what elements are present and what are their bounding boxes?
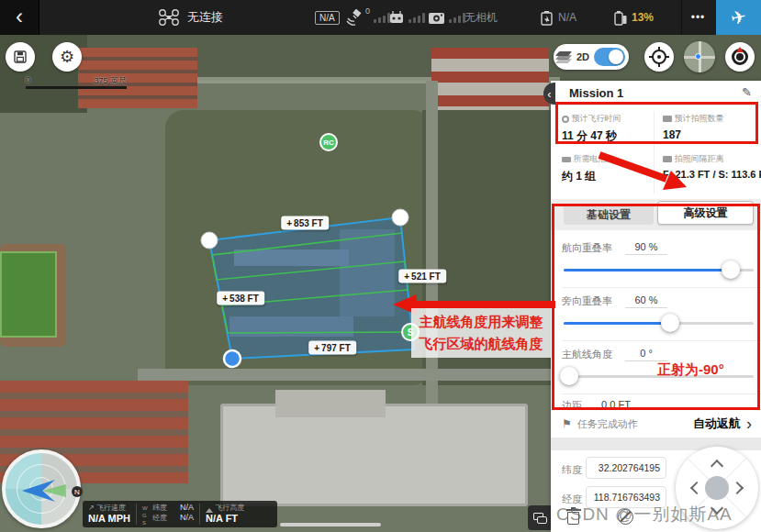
edge-length-top: +853 FT <box>281 216 329 230</box>
camera-status: 无相机 <box>464 10 498 26</box>
latitude-field[interactable]: 32.202764195 <box>586 457 666 479</box>
edit-mission-button[interactable]: ✎ <box>742 85 752 99</box>
telemetry-bar: ↗ 飞行速度 N/A MPH WGS 纬度N/A 经度N/A 飞行高度 N/A … <box>83 501 277 527</box>
settings-tabs: 基础设置 高级设置 <box>551 199 761 230</box>
minimap-thumbnail[interactable] <box>684 41 715 72</box>
device-battery-icon <box>613 10 627 26</box>
remote-controller-icon <box>388 10 405 25</box>
more-dots-icon: ••• <box>691 11 706 24</box>
aircraft-battery-value: N/A <box>558 11 576 24</box>
gps-count: 0 <box>365 6 370 16</box>
map-2d-toggle[interactable] <box>594 48 625 66</box>
flag-icon: ⚑ <box>562 417 572 430</box>
flight-mode-badge: N/A <box>315 11 340 25</box>
slider-thumb[interactable] <box>661 314 679 332</box>
edge-length-right: +521 FT <box>398 270 446 283</box>
scale-min-label: 0 <box>26 75 30 84</box>
terrain-patch <box>340 229 395 316</box>
mission-stats: 预计飞行时间 11 分 47 秒 预计拍照数量 187 所需电池数 约 1 组 … <box>551 105 761 199</box>
altitude-value: N/A FT <box>206 513 244 524</box>
rc-marker-label: RC <box>323 139 334 147</box>
map-stack-icon <box>533 513 547 524</box>
chevron-right-icon: › <box>746 416 752 432</box>
nudge-up-button[interactable] <box>711 460 723 472</box>
drone-icon <box>158 8 180 27</box>
terrain-patch <box>229 316 353 337</box>
takeoff-plane-icon: ✈ <box>729 6 748 30</box>
course-angle-value[interactable]: 0 ° <box>625 348 667 361</box>
nudge-left-button[interactable] <box>690 482 703 494</box>
mission-header: Mission 1 ✎ <box>551 81 761 105</box>
slider-thumb[interactable] <box>560 367 578 385</box>
finish-action-value: 自动返航 <box>693 416 741 432</box>
slider-thumb[interactable] <box>722 260 740 279</box>
mission-complete-action-row[interactable]: ⚑ 任务完成动作 自动返航 › <box>551 410 761 438</box>
telemetry-lat-value: N/A <box>180 503 194 513</box>
settings-button[interactable]: ⚙ <box>52 42 82 72</box>
move-icon: + <box>222 294 228 304</box>
rc-location-marker: RC <box>319 133 338 151</box>
scale-bar-line <box>26 86 127 89</box>
map-scale-bar: 0 375 英尺 <box>26 75 127 92</box>
course-angle-label: 主航线角度 <box>562 348 612 361</box>
clock-icon <box>562 116 569 123</box>
telemetry-speed: ↗ 飞行速度 N/A MPH <box>83 501 136 527</box>
dpad-center-knob[interactable] <box>705 476 729 500</box>
camera-link-icon <box>428 11 445 25</box>
stat-photo-interval: 拍照间隔距离 F: 21.3 FT / S: 113.6 FT <box>663 153 761 180</box>
datum-label: WGS <box>142 503 149 527</box>
map-mode-pill: 2D <box>554 44 629 70</box>
more-menu-button[interactable]: ••• <box>681 0 714 35</box>
compass-icon <box>732 49 748 65</box>
telemetry-lng-label: 经度 <box>152 513 167 523</box>
takeoff-button[interactable]: ✈ <box>716 0 761 35</box>
course-angle-slider[interactable] <box>551 375 761 378</box>
terrain-patch <box>275 390 386 417</box>
back-button[interactable]: ‹ <box>0 0 39 35</box>
side-overlap-slider[interactable] <box>551 322 761 325</box>
aircraft-battery-icon <box>540 10 554 26</box>
edge-length-left: +538 FT <box>217 292 264 305</box>
side-overlap-value[interactable]: 60 % <box>625 294 667 308</box>
move-icon: + <box>314 343 319 353</box>
speed-label: 飞行速度 <box>96 504 126 512</box>
gimbal-ortho-note: 正射为-90° <box>657 361 724 379</box>
pencil-icon: ✎ <box>742 85 752 99</box>
camera-signal-bars <box>449 12 465 23</box>
map-layers-button[interactable] <box>528 505 553 530</box>
front-overlap-label: 航向重叠率 <box>562 241 612 255</box>
terrain-patch <box>280 523 381 526</box>
connection-status: 无连接 <box>187 9 223 26</box>
minimap-position-dot <box>695 53 701 60</box>
battery-icon <box>562 157 571 162</box>
map-mode-label: 2D <box>576 51 589 62</box>
altitude-icon <box>206 504 213 513</box>
latitude-label: 纬度 <box>562 463 582 477</box>
stat-photo-count: 预计拍照数量 187 <box>663 113 724 141</box>
side-overlap-label: 旁向重叠率 <box>562 294 612 308</box>
front-overlap-value[interactable]: 90 % <box>625 241 667 255</box>
app-root: S RC +853 FT +521 FT +538 FT +797 FT ⚙ 0… <box>0 0 761 532</box>
nudge-right-button[interactable] <box>731 482 744 494</box>
tab-basic-settings[interactable]: 基础设置 <box>564 205 654 225</box>
collapse-chevron-icon: ‹ <box>547 88 551 100</box>
save-mission-button[interactable] <box>6 42 35 72</box>
mission-panel: Mission 1 ✎ 预计飞行时间 11 分 47 秒 预计拍照数量 187 … <box>551 81 761 532</box>
telemetry-altitude: 飞行高度 N/A FT <box>200 501 250 527</box>
compass-reset-button[interactable] <box>725 42 755 72</box>
move-icon: + <box>404 272 409 282</box>
compass-north-badge: N <box>72 486 83 497</box>
locate-me-button[interactable] <box>644 42 674 72</box>
top-status-bar: ‹ 无连接 N/A 0 无相机 N/A 13% ••• ✈ <box>0 0 761 35</box>
telemetry-coordinates: WGS 纬度N/A 经度N/A <box>137 501 199 527</box>
terrain-patch <box>0 251 57 338</box>
satellite-icon <box>345 9 364 26</box>
watermark: CSDN @一别如斯AA <box>556 503 733 526</box>
tab-advanced-settings[interactable]: 高级设置 <box>657 201 754 225</box>
telemetry-lat-label: 纬度 <box>152 503 167 513</box>
terrain-patch <box>220 404 528 506</box>
speed-arrow-icon: ↗ <box>88 504 95 512</box>
back-icon: ‹ <box>16 6 23 28</box>
stat-battery-count: 所需电池数 约 1 组 <box>562 153 615 184</box>
front-overlap-slider[interactable] <box>551 269 761 272</box>
